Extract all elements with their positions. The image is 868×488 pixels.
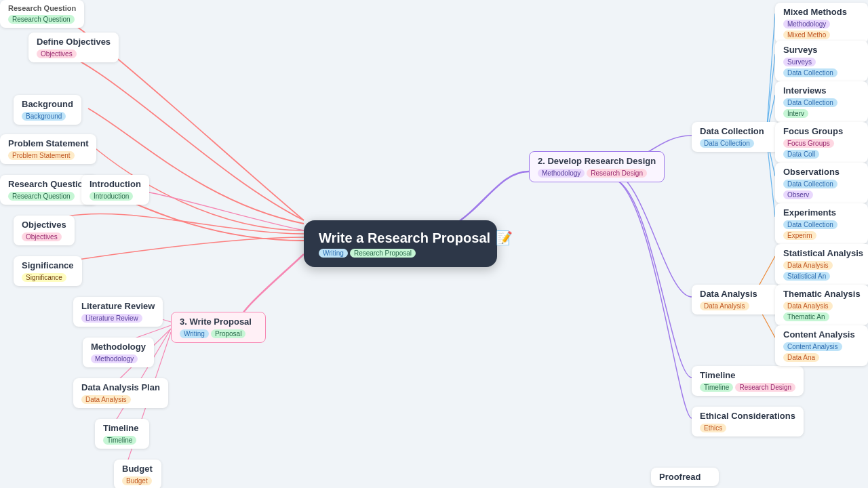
tag-proposal: Proposal (211, 329, 245, 338)
tag-da-plan: Data Analysis (81, 395, 131, 404)
methodology-title: Methodology (91, 342, 146, 352)
tag-rd-tl: Research Design (735, 383, 795, 392)
research-question-title: Research Question (8, 179, 89, 189)
develop-research-design-title: 2. Develop Research Design (538, 156, 656, 166)
tag-meth-mm: Methodology (783, 20, 830, 28)
center-node-title: Write a Research Proposal 📝 (319, 230, 482, 246)
node-research-q-top[interactable]: Research Question Research Question (0, 0, 84, 28)
thematic-analysis-tags: Data Analysis Thematic An (783, 302, 861, 321)
tag-dc-obs: Data Collection (783, 180, 837, 188)
node-significance[interactable]: Significance Significance (14, 256, 82, 286)
node-surveys[interactable]: Surveys Surveys Data Collection (775, 41, 868, 81)
tag-fg: Focus Groups (783, 139, 834, 148)
tag-writing: Writing (319, 249, 348, 258)
literature-review-tags: Literature Review (81, 314, 155, 323)
tag-da-ta: Data Analysis (783, 302, 833, 310)
tag-tl-r: Timeline (700, 383, 733, 392)
tag-rq-top: Research Question (8, 15, 75, 24)
node-background[interactable]: Background Background (14, 95, 81, 125)
introduction-title: Introduction (90, 179, 141, 189)
focus-groups-title: Focus Groups (783, 126, 860, 136)
timeline-left-title: Timeline (103, 423, 141, 433)
tag-exp: Experim (783, 231, 816, 240)
timeline-right-title: Timeline (700, 370, 795, 380)
tag-stat-an: Statistical An (783, 272, 830, 281)
node-develop-research-design[interactable]: 2. Develop Research Design Methodology R… (529, 151, 665, 182)
node-thematic-analysis[interactable]: Thematic Analysis Data Analysis Thematic… (775, 285, 868, 325)
experiments-tags: Data Collection Experim (783, 220, 860, 240)
node-data-collection[interactable]: Data Collection Data Collection (692, 122, 780, 152)
node-content-analysis[interactable]: Content Analysis Content Analysis Data A… (775, 325, 868, 366)
node-timeline-left[interactable]: Timeline Timeline (95, 419, 149, 449)
node-statistical-analysis[interactable]: Statistical Analysis Data Analysis Stati… (775, 244, 868, 285)
thematic-analysis-title: Thematic Analysis (783, 289, 861, 299)
center-node-tags: Writing Research Proposal (319, 249, 482, 258)
node-timeline-right[interactable]: Timeline Timeline Research Design (692, 366, 804, 396)
mixed-methods-title: Mixed Methods (783, 7, 860, 17)
node-objectives[interactable]: Objectives Objectives (14, 216, 75, 245)
tag-surveys: Surveys (783, 58, 816, 66)
statistical-analysis-tags: Data Analysis Statistical An (783, 261, 863, 281)
objectives-title: Objectives (22, 220, 66, 230)
problem-statement-tags: Problem Statement (8, 151, 88, 160)
develop-research-design-tags: Methodology Research Design (538, 169, 656, 178)
tag-obs: Observ (783, 190, 813, 199)
tag-writing-wp: Writing (180, 329, 209, 338)
research-q-top-title: Research Question (8, 4, 76, 12)
literature-review-title: Literature Review (81, 301, 155, 311)
statistical-analysis-title: Statistical Analysis (783, 248, 863, 258)
node-problem-statement[interactable]: Problem Statement Problem Statement (0, 134, 96, 164)
data-analysis-plan-tags: Data Analysis (81, 395, 160, 404)
significance-title: Significance (22, 260, 74, 270)
research-question-tags: Research Question (8, 192, 89, 201)
data-collection-tags: Data Collection (700, 139, 772, 148)
timeline-left-tags: Timeline (103, 436, 141, 445)
tag-obj: Objectives (22, 232, 62, 241)
center-node[interactable]: Write a Research Proposal 📝 Writing Rese… (304, 220, 497, 267)
node-proofread[interactable]: Proofread (651, 468, 719, 486)
data-analysis-title: Data Analysis (700, 289, 772, 299)
tag-them-an: Thematic An (783, 312, 829, 321)
node-focus-groups[interactable]: Focus Groups Focus Groups Data Coll (775, 122, 868, 163)
proofread-title: Proofread (659, 472, 711, 482)
objectives-tags: Objectives (22, 232, 66, 241)
tag-research-proposal: Research Proposal (350, 249, 416, 258)
mixed-methods-tags: Methodology Mixed Metho (783, 20, 860, 39)
node-observations[interactable]: Observations Data Collection Observ (775, 163, 868, 203)
observations-title: Observations (783, 167, 860, 177)
content-analysis-tags: Content Analysis Data Ana (783, 342, 860, 362)
tag-intro: Introduction (90, 192, 133, 201)
timeline-right-tags: Timeline Research Design (700, 383, 795, 392)
node-interviews[interactable]: Interviews Data Collection Interv (775, 81, 868, 122)
svg-line-0 (766, 14, 775, 136)
node-define-objectives[interactable]: Define Objectives Objectives (28, 33, 119, 62)
surveys-title: Surveys (783, 45, 860, 55)
node-data-analysis[interactable]: Data Analysis Data Analysis (692, 285, 780, 314)
significance-tags: Significance (22, 273, 74, 282)
node-introduction[interactable]: Introduction Introduction (81, 175, 149, 205)
tag-sig: Significance (22, 273, 66, 282)
tag-da: Data Analysis (700, 302, 749, 310)
background-tags: Background (22, 112, 73, 121)
node-budget[interactable]: Budget Budget (114, 460, 161, 488)
observations-tags: Data Collection Observ (783, 180, 860, 199)
background-title: Background (22, 99, 73, 109)
tag-rq: Research Question (8, 192, 75, 201)
tag-ca: Content Analysis (783, 342, 842, 351)
node-data-analysis-plan[interactable]: Data Analysis Plan Data Analysis (73, 378, 168, 408)
methodology-tags: Methodology (91, 354, 146, 363)
interviews-tags: Data Collection Interv (783, 98, 860, 118)
node-ethical-considerations[interactable]: Ethical Considerations Ethics (692, 407, 804, 436)
data-analysis-tags: Data Analysis (700, 302, 772, 310)
node-write-proposal[interactable]: 3. Write Proposal Writing Proposal (171, 312, 266, 343)
research-q-top-tags: Research Question (8, 15, 76, 24)
write-proposal-title: 3. Write Proposal (180, 317, 257, 327)
focus-groups-tags: Focus Groups Data Coll (783, 139, 860, 159)
node-experiments[interactable]: Experiments Data Collection Experim (775, 203, 868, 244)
node-methodology[interactable]: Methodology Methodology (83, 338, 154, 367)
define-objectives-tags: Objectives (37, 49, 111, 58)
problem-statement-title: Problem Statement (8, 138, 88, 148)
node-mixed-methods[interactable]: Mixed Methods Methodology Mixed Metho (775, 3, 868, 43)
node-literature-review[interactable]: Literature Review Literature Review (73, 297, 163, 327)
tag-research-design: Research Design (587, 169, 647, 178)
